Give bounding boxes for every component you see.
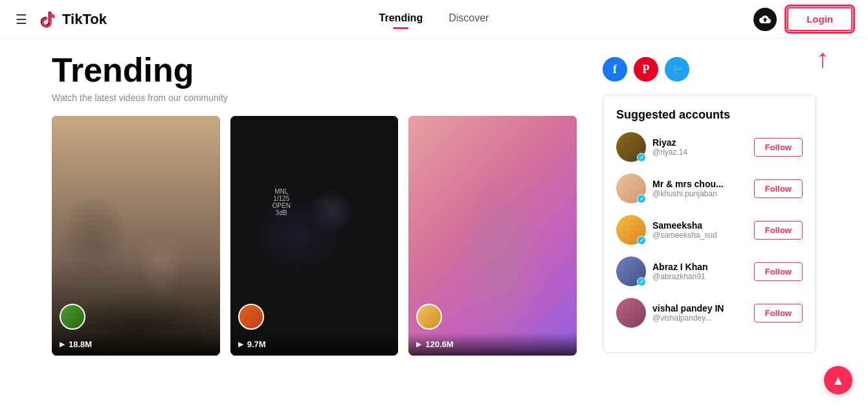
video-overlay: ▶ 18.8M bbox=[52, 333, 220, 356]
header-right: Login bbox=[753, 7, 852, 31]
account-name: Mr & mrs chou... bbox=[652, 179, 748, 190]
header-nav: Trending Discover bbox=[379, 12, 489, 27]
avatar bbox=[616, 256, 646, 286]
content-area: Trending Watch the latest videos from ou… bbox=[52, 52, 577, 356]
account-info: vishal pandey IN @vishalpandey... bbox=[652, 303, 748, 323]
follow-button[interactable]: Follow bbox=[754, 304, 803, 323]
verified-badge bbox=[637, 194, 646, 203]
account-info: Riyaz @riyaz.14 bbox=[652, 137, 748, 157]
account-handle: @khushi.punjaban bbox=[652, 189, 748, 198]
list-item: Abraz I Khan @abrazkhan91 Follow bbox=[616, 256, 803, 286]
account-name: Riyaz bbox=[652, 137, 748, 148]
main-container: Trending Watch the latest videos from ou… bbox=[0, 39, 868, 369]
view-count: 18.8M bbox=[69, 339, 92, 349]
pinterest-icon[interactable]: P bbox=[634, 57, 658, 82]
nav-discover[interactable]: Discover bbox=[449, 12, 489, 27]
list-item: Sameeksha @sameeksha_sud Follow bbox=[616, 215, 803, 245]
avatar bbox=[616, 298, 646, 328]
tiktok-logo-icon bbox=[38, 9, 58, 30]
video-card[interactable]: ▶ 18.8M bbox=[52, 116, 220, 356]
avatar bbox=[60, 304, 85, 330]
list-item: Mr & mrs chou... @khushi.punjaban Follow bbox=[616, 174, 803, 203]
follow-button[interactable]: Follow bbox=[754, 179, 803, 198]
video-card[interactable]: MNL1/125OPEN3dB ▶ 9.7M bbox=[230, 116, 399, 356]
header: ☰ TikTok Trending Discover Login ↑ bbox=[0, 0, 868, 39]
account-name: Abraz I Khan bbox=[652, 262, 748, 273]
play-icon: ▶ bbox=[416, 340, 421, 348]
play-icon: ▶ bbox=[238, 340, 243, 348]
follow-button[interactable]: Follow bbox=[754, 262, 803, 281]
account-info: Abraz I Khan @abrazkhan91 bbox=[652, 262, 748, 282]
list-item: Riyaz @riyaz.14 Follow bbox=[616, 132, 803, 162]
avatar bbox=[616, 174, 646, 203]
logo-text: TikTok bbox=[62, 11, 107, 28]
upload-icon bbox=[759, 14, 771, 25]
video-overlay: ▶ 120.6M bbox=[408, 333, 577, 356]
suggested-title: Suggested accounts bbox=[616, 108, 803, 122]
account-handle: @vishalpandey... bbox=[652, 313, 748, 323]
video-card[interactable]: ▶ 120.6M bbox=[408, 116, 577, 356]
account-handle: @abrazkhan91 bbox=[652, 272, 748, 281]
video-overlay: ▶ 9.7M bbox=[230, 333, 399, 356]
avatar bbox=[238, 304, 264, 330]
nav-trending[interactable]: Trending bbox=[379, 12, 423, 27]
follow-button[interactable]: Follow bbox=[754, 138, 803, 157]
account-info: Sameeksha @sameeksha_sud bbox=[652, 220, 748, 240]
page-title: Trending bbox=[52, 52, 577, 89]
avatar bbox=[616, 215, 646, 245]
account-handle: @riyaz.14 bbox=[652, 148, 748, 157]
view-count: 120.6M bbox=[425, 339, 453, 349]
verified-badge bbox=[637, 153, 646, 162]
login-button[interactable]: Login bbox=[787, 7, 852, 31]
video-grid: ▶ 18.8M MNL1/125OPEN3dB ▶ 9.7M bbox=[52, 116, 577, 356]
video-label: MNL1/125OPEN3dB bbox=[273, 188, 291, 216]
follow-button[interactable]: Follow bbox=[754, 221, 803, 240]
account-name: vishal pandey IN bbox=[652, 303, 748, 314]
sidebar: f P 🐦 Suggested accounts Riyaz @riyaz.14 bbox=[603, 52, 816, 356]
page-subtitle: Watch the latest videos from our communi… bbox=[52, 93, 577, 103]
suggested-accounts-box: Suggested accounts Riyaz @riyaz.14 Follo… bbox=[603, 95, 816, 353]
view-count: 9.7M bbox=[247, 339, 266, 349]
account-name: Sameeksha bbox=[652, 220, 748, 231]
list-item: vishal pandey IN @vishalpandey... Follow bbox=[616, 298, 803, 328]
logo[interactable]: TikTok bbox=[38, 9, 107, 30]
hamburger-menu-icon[interactable]: ☰ bbox=[16, 12, 27, 27]
twitter-icon[interactable]: 🐦 bbox=[665, 57, 689, 82]
facebook-icon[interactable]: f bbox=[603, 57, 627, 82]
account-info: Mr & mrs chou... @khushi.punjaban bbox=[652, 179, 748, 199]
upload-button[interactable] bbox=[753, 8, 777, 31]
account-handle: @sameeksha_sud bbox=[652, 231, 748, 240]
social-share-icons: f P 🐦 bbox=[603, 57, 816, 82]
verified-badge bbox=[637, 277, 646, 286]
avatar bbox=[616, 132, 646, 162]
play-icon: ▶ bbox=[60, 340, 65, 348]
verified-badge bbox=[637, 236, 646, 245]
